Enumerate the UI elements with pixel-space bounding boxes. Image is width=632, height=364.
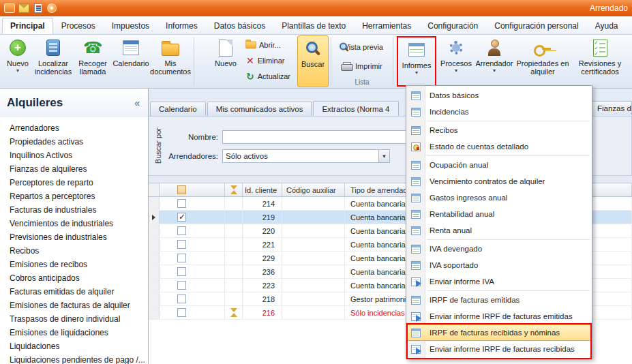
informes-button[interactable]: Informes ▾ [398, 37, 435, 85]
row-checkbox[interactable] [177, 213, 186, 222]
sidebar-item[interactable]: Inquilinos Activos [0, 149, 148, 162]
eliminar-button[interactable]: ✕ Eliminar [244, 55, 295, 67]
ribbon-tab[interactable]: Informes [157, 18, 206, 34]
select-all-header[interactable] [160, 183, 225, 196]
row-select-cell[interactable] [160, 211, 225, 224]
menu-item[interactable]: IRPF de facturas emitidas [406, 292, 592, 308]
menu-item[interactable]: IVA soportado [406, 257, 592, 273]
sidebar-item[interactable]: Fianzas de alquileres [0, 162, 148, 176]
sidebar-item[interactable]: Perceptores de reparto [0, 176, 148, 189]
ribbon-tab[interactable]: Procesos [53, 18, 104, 34]
sidebar-item[interactable]: Liquidaciones pendientes de pago /... [0, 353, 148, 364]
nuevo-button[interactable]: + Nuevo ▾ [2, 35, 33, 87]
notes-icon[interactable] [34, 3, 42, 13]
codigo-auxiliar-header[interactable]: Código auxiliar [282, 183, 345, 196]
menu-item[interactable]: Renta anual [406, 222, 592, 239]
nuevo-registro-button[interactable]: Nuevo [210, 35, 241, 87]
row-select-cell[interactable] [160, 197, 225, 210]
sidebar-item[interactable]: Emisiones de liquidaciones [0, 326, 148, 339]
menu-item[interactable]: Enviar informe IRPF de facturas recibida… [406, 341, 592, 357]
actualizar-button[interactable]: ↻ Actualizar [244, 70, 295, 82]
sidebar-item[interactable]: Propiedades activas [0, 135, 148, 149]
mis-documentos-button[interactable]: Mis documentos [149, 35, 192, 87]
row-checkbox[interactable] [177, 199, 186, 208]
row-select-cell[interactable] [160, 252, 225, 264]
menu-item[interactable]: Gastos ingresos anual [406, 189, 592, 206]
row-indicator-cell [149, 238, 160, 251]
row-select-cell[interactable] [160, 306, 225, 319]
row-hourglass-cell [225, 252, 243, 264]
hourglass-column-header[interactable] [225, 183, 243, 196]
ribbon-tab[interactable]: Ayuda [587, 18, 627, 34]
document-tab[interactable]: Extractos (Norma 4 [313, 101, 398, 116]
row-checkbox[interactable] [177, 267, 186, 276]
document-tab[interactable]: Mis comunicados activos [207, 102, 312, 116]
row-checkbox[interactable] [177, 254, 186, 262]
select-all-checkbox[interactable] [177, 185, 186, 194]
sidebar-item[interactable]: Arrendadores [0, 121, 148, 135]
buscar-button[interactable]: Buscar [297, 35, 329, 87]
row-select-cell[interactable] [160, 279, 225, 292]
sidebar-item[interactable]: Facturas emitidas de alquiler [0, 285, 148, 299]
app-window: Arrendado PrincipalProcesosImpuestosInfo… [0, 0, 632, 364]
menu-item[interactable]: Rentabilidad anual [406, 206, 592, 222]
menu-item[interactable]: Incidencias [406, 104, 592, 120]
menu-item[interactable]: IRPF de facturas recibidas y nóminas [406, 324, 592, 341]
sidebar-item[interactable]: Traspasos de dinero individual [0, 312, 148, 326]
abrir-button[interactable]: Abrir... [244, 39, 295, 51]
sidebar-item[interactable]: Previsiones de industriales [0, 230, 148, 244]
menu-item[interactable]: Estado de cuentas detallado [406, 138, 592, 155]
document-tab[interactable]: Fianzas de a [588, 101, 632, 115]
feed-icon[interactable] [47, 3, 57, 13]
arrendador-button[interactable]: Arrendador ▾ [475, 35, 514, 87]
ribbon-tab[interactable]: Configuración personal [486, 18, 586, 34]
menu-item[interactable]: Recibos [406, 122, 592, 138]
row-select-cell[interactable] [160, 238, 225, 251]
row-checkbox[interactable] [177, 226, 186, 235]
sidebar-item[interactable]: Liquidaciones [0, 339, 148, 353]
row-checkbox[interactable] [177, 294, 186, 303]
ribbon-tab[interactable]: Plantillas de texto [273, 18, 354, 34]
cell-codigo-auxiliar [282, 224, 345, 237]
id-cliente-header[interactable]: Id. cliente [243, 183, 282, 196]
ribbon-tab[interactable]: Datos básicos [206, 18, 273, 34]
localizar-incidencias-button[interactable]: Localizar incidencias [33, 35, 73, 87]
menu-item[interactable]: Datos básicos [406, 87, 592, 104]
menu-item[interactable]: IVA devengado [406, 241, 592, 257]
menu-item[interactable]: Vencimiento contratos de alquiler [406, 173, 592, 189]
row-checkbox[interactable] [177, 281, 186, 290]
row-select-cell[interactable] [160, 292, 225, 305]
menu-item[interactable]: Enviar informe IVA [406, 273, 592, 290]
row-checkbox[interactable] [177, 240, 186, 249]
sidebar-item[interactable]: Emisiones de facturas de alquiler [0, 299, 148, 312]
menu-item[interactable]: Ocupación anual [406, 157, 592, 173]
sidebar-item[interactable]: Facturas de industriales [0, 203, 148, 217]
preview-icon [339, 42, 342, 52]
propiedades-en-alquiler-button[interactable]: Propiedades en alquiler [514, 35, 571, 87]
sidebar-item[interactable]: Vencimientos de industriales [0, 217, 148, 230]
ribbon-tab[interactable]: Impuestos [104, 18, 157, 34]
ribbon-tab[interactable]: Principal [2, 18, 53, 34]
row-select-cell[interactable] [160, 265, 225, 278]
arrendadores-combobox[interactable]: Sólo activos ▼ [222, 149, 390, 163]
row-checkbox[interactable] [177, 308, 186, 317]
sidebar-item[interactable]: Cobros anticipados [0, 271, 148, 285]
revisiones-certificados-button[interactable]: Revisiones y certificados [571, 35, 629, 87]
document-tab[interactable]: Calendario [150, 102, 206, 116]
vista-previa-button[interactable]: Vista previa [339, 41, 385, 53]
ribbon-tab[interactable]: Configuración [419, 18, 486, 34]
row-select-cell[interactable] [160, 224, 225, 237]
app-icon[interactable] [4, 3, 15, 13]
sidebar-item[interactable]: Recibos [0, 244, 148, 258]
ribbon-tab[interactable]: Herramientas [354, 18, 419, 34]
menu-item[interactable]: Enviar informe IRPF de facturas emitidas [406, 308, 592, 324]
procesos-button[interactable]: Procesos ▾ [438, 35, 475, 87]
calendario-button[interactable]: Calendario [112, 35, 149, 87]
sidebar-item[interactable]: Repartos a perceptores [0, 189, 148, 203]
collapse-chevron-icon[interactable]: « [134, 97, 140, 108]
imprimir-button[interactable]: Imprimir [339, 60, 385, 72]
sidebar-item[interactable]: Emisiones de recibos [0, 258, 148, 271]
recoger-llamada-button[interactable]: ☎ Recoger llamada [73, 35, 112, 87]
combo-dropdown-button[interactable]: ▼ [378, 150, 389, 162]
mail-icon[interactable] [18, 3, 29, 13]
